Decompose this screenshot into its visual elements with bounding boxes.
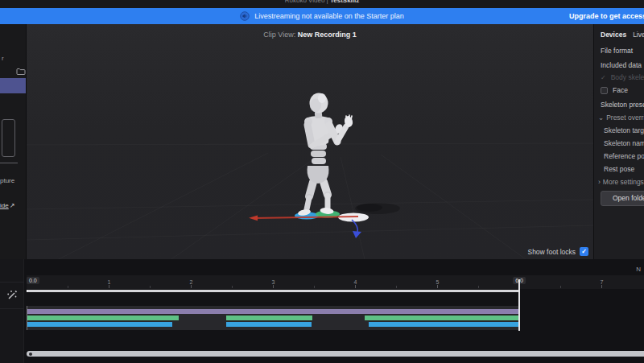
banner-message-group: Livestreaming not available on the Start… — [0, 8, 644, 24]
preset-overrides-label: Preset overrides — [606, 113, 644, 122]
skeleton-preset-label: Skeleton preset — [601, 101, 644, 109]
body-skeleton-label: Body skeleton — [611, 73, 644, 81]
clip-track-purple[interactable] — [27, 309, 519, 314]
body-skeleton-row: ✓ Body skeleton — [601, 73, 644, 81]
ruler-tick — [232, 286, 233, 288]
ruler-tick — [314, 286, 315, 288]
phone-device-icon[interactable] — [2, 119, 15, 157]
face-row: Face — [601, 86, 628, 94]
checkmark-icon[interactable]: ✓ — [601, 74, 606, 81]
included-data-label: Included data — [601, 61, 642, 69]
skeleton-target-label: Skeleton target — [604, 126, 644, 134]
ruler-tick: 1 — [109, 285, 109, 288]
skeleton-name-label: Skeleton name — [604, 139, 644, 147]
external-link-icon: ↗ — [10, 202, 15, 209]
range-start-badge[interactable]: 0.0 — [27, 277, 39, 284]
ruler-tick: 4 — [355, 285, 356, 288]
viewport-3d[interactable]: Clip View: New Recording 1 Show foot loc… — [27, 24, 593, 259]
mannequin-character — [297, 93, 353, 217]
clip-track-row — [27, 309, 519, 314]
right-panel: Devices Livestream File format Included … — [593, 24, 644, 259]
clip-view-label: Clip View: — [263, 31, 295, 39]
device-underline — [0, 163, 18, 163]
more-settings-label: More settings — [603, 178, 644, 186]
magic-wand-button[interactable] — [0, 282, 24, 309]
viewport-title: Clip View: New Recording 1 — [27, 31, 593, 39]
chevron-right-icon: › — [598, 178, 601, 186]
preset-overrides-expander[interactable]: ⌄Preset overrides — [598, 113, 644, 122]
show-foot-locks-label: Show foot locks — [527, 248, 576, 256]
clip-area — [27, 306, 519, 330]
sidebar-capture-label[interactable]: pture — [0, 177, 14, 184]
scene-canvas — [27, 24, 593, 259]
ruler-tick: 5 — [437, 285, 438, 288]
show-foot-locks-row: Show foot locks ✓ — [527, 247, 588, 256]
ruler-tick — [150, 286, 151, 288]
clip-track-row — [27, 316, 519, 320]
upgrade-banner: Livestreaming not available on the Start… — [0, 8, 644, 24]
upgrade-link[interactable]: Upgrade to get access — [569, 8, 644, 24]
character-shadow-inner — [357, 204, 382, 212]
clip-track-blue[interactable] — [27, 322, 172, 327]
guide-link-text: ide — [0, 202, 9, 209]
ruler-tick: 2 — [191, 285, 192, 288]
banner-message: Livestreaming not available on the Start… — [254, 12, 404, 20]
timeline-track-area: N 123457 0.0 6.0 — [27, 259, 644, 363]
ruler-tick — [478, 286, 479, 288]
ruler-tick — [396, 286, 397, 288]
clip-track-green[interactable] — [226, 316, 313, 320]
ruler-tick: 7 — [601, 285, 602, 288]
clip-track-green[interactable] — [365, 316, 519, 320]
clip-track-blue[interactable] — [226, 322, 312, 327]
window-titlebar: Rokoko Video | TestSkillz — [0, 0, 644, 8]
timeline-ruler[interactable]: 123457 0.0 6.0 — [27, 275, 644, 289]
megaphone-icon — [240, 11, 250, 21]
window-title: Rokoko Video | TestSkillz — [0, 0, 644, 5]
x-axis-arrowhead — [249, 215, 258, 221]
show-foot-locks-checkbox[interactable]: ✓ — [580, 247, 588, 256]
app-name: Rokoko Video | — [285, 0, 328, 4]
project-name: TestSkillz — [330, 0, 359, 4]
timeline-gutter — [0, 259, 24, 363]
sidebar-selected-item[interactable] — [0, 78, 27, 93]
timeline-panel: N 123457 0.0 6.0 — [0, 259, 644, 363]
clip-track-row — [27, 322, 519, 327]
range-fill[interactable] — [27, 290, 519, 292]
tab-devices[interactable]: Devices — [601, 31, 626, 39]
ruler-tick — [560, 286, 561, 288]
panel-tabs: Devices Livestream — [601, 31, 644, 39]
ruler-tick — [68, 286, 68, 288]
ruler-tick: 3 — [273, 285, 274, 288]
tab-livestream[interactable]: Livestream — [633, 31, 644, 39]
clip-track-green[interactable] — [27, 316, 179, 320]
more-settings-expander[interactable]: ›More settings — [598, 178, 644, 186]
file-format-label: File format — [601, 47, 633, 55]
timeline-scrollbar[interactable] — [27, 351, 644, 357]
magic-wand-icon — [6, 289, 19, 302]
folder-icon[interactable] — [16, 67, 26, 76]
timeline-playhead[interactable] — [518, 279, 520, 331]
face-label: Face — [613, 86, 628, 94]
sidebar-guide-link[interactable]: ide↗ — [0, 202, 14, 209]
rest-pose-label: Rest pose — [604, 165, 634, 173]
clip-track-blue[interactable] — [369, 322, 519, 327]
app-window: Rokoko Video | TestSkillz Livestreaming … — [0, 0, 644, 363]
clip-name: New Recording 1 — [298, 31, 357, 39]
chevron-down-icon: ⌄ — [598, 113, 604, 122]
scrollbar-handle[interactable] — [29, 353, 32, 356]
face-checkbox[interactable] — [601, 87, 608, 94]
z-axis-arrowhead — [353, 231, 361, 238]
reference-pose-label: Reference pose — [604, 152, 644, 160]
timeline-rangebar — [27, 290, 644, 293]
left-sidebar: r pture ide↗ — [0, 24, 27, 259]
open-folder-button[interactable]: Open folder — [601, 191, 644, 206]
clip-name-fragment: N — [636, 266, 641, 273]
sidebar-clipped-label: r — [2, 55, 4, 62]
